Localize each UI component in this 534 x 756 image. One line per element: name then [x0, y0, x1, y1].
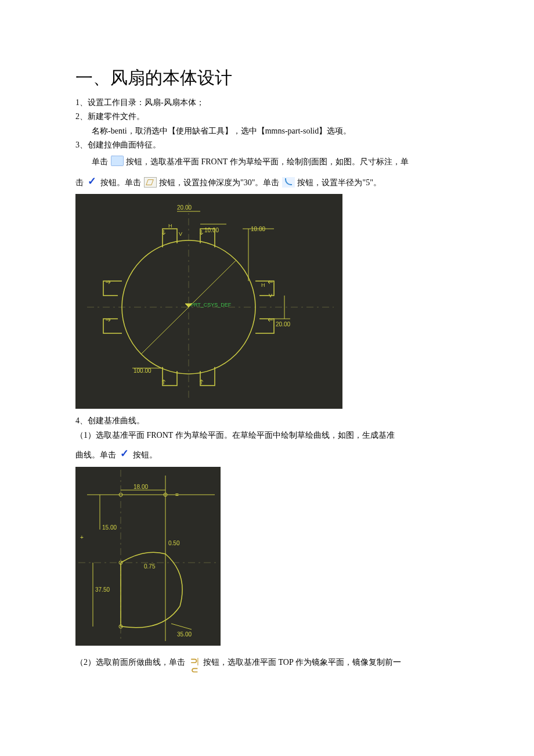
text-fragment: 按钮，选取基准平面 FRONT 作为草绘平面，绘制剖面图，如图。尺寸标注，单: [126, 157, 409, 166]
svg-text:=: =: [175, 492, 179, 498]
constraint-h: H: [168, 223, 172, 229]
dim-label: 0.50: [168, 540, 180, 546]
constraint-h: H: [261, 282, 265, 288]
extrude-icon: [144, 177, 157, 188]
dim-label: 18.00: [134, 484, 148, 490]
sketch-icon: [111, 156, 124, 166]
dim-label: 35.00: [177, 631, 192, 638]
text-fragment: 按钮，选取基准平面 TOP 作为镜象平面，镜像复制前一: [203, 658, 401, 667]
page-title: 一、风扇的本体设计: [75, 64, 459, 92]
dim-label: 15.00: [102, 524, 117, 531]
text-fragment: 按钮。单击: [100, 178, 141, 187]
dim-label: 37.50: [95, 586, 110, 593]
text-fragment: （2）选取前面所做曲线，单击: [75, 658, 185, 667]
constraint-v: V: [179, 231, 182, 237]
text-fragment: 曲线。单击: [75, 451, 116, 459]
check-icon: ✓: [86, 177, 98, 188]
step-3-para-1: 单击 按钮，选取基准平面 FRONT 作为草绘平面，绘制剖面图，如图。尺寸标注，…: [75, 156, 459, 168]
dim-label: 10.00: [204, 227, 219, 233]
step-4-1b: 曲线。单击 ✓ 按钮。: [75, 449, 459, 462]
svg-rect-13: [75, 467, 221, 646]
check-icon: ✓: [119, 449, 131, 460]
step-3: 3、创建拉伸曲面特征。: [75, 139, 459, 152]
step-4: 4、创建基准曲线。: [75, 415, 459, 427]
step-1: 1、设置工作目录：风扇-风扇本体；: [75, 96, 459, 109]
cad-sketch-1: 20.00 10.00 10.00 20.00 100.00 PRT_CSYS_…: [75, 194, 342, 409]
dim-label: 20.00: [276, 321, 290, 327]
step-2-detail: 名称-benti，取消选中【使用缺省工具】，选中【mmns-part-solid…: [75, 125, 459, 138]
text-fragment: 按钮。: [133, 451, 157, 459]
text-fragment: 按钮，设置拉伸深度为"30"。单击: [159, 178, 279, 187]
constraint-v: V: [269, 293, 272, 298]
csys-label: PRT_CSYS_DEF: [190, 302, 232, 308]
svg-text:+: +: [80, 534, 84, 541]
step-4-2: （2）选取前面所做曲线，单击 ⊃|⊂ 按钮，选取基准平面 TOP 作为镜象平面，…: [75, 656, 459, 669]
round-icon: [282, 177, 295, 188]
text-fragment: 按钮，设置半径为"5"。: [297, 178, 381, 187]
dim-label: 20.00: [177, 204, 192, 211]
dim-label: 10.00: [251, 226, 265, 232]
step-4-1a: （1）选取基准平面 FRONT 作为草绘平面。在草绘平面中绘制草绘曲线，如图，生…: [75, 429, 459, 442]
svg-rect-0: [75, 194, 342, 409]
cad-sketch-2: 18.00 15.00 37.50 35.00 0.50 0.75 + =: [75, 467, 221, 646]
step-2: 2、新建零件文件。: [75, 110, 459, 123]
dim-label: 0.75: [144, 563, 156, 570]
dim-label: 100.00: [134, 368, 151, 374]
step-3-para-2: 击 ✓ 按钮。单击 按钮，设置拉伸深度为"30"。单击 按钮，设置半径为"5"。: [75, 177, 459, 189]
text-fragment: 单击: [92, 157, 108, 166]
text-fragment: 击: [75, 178, 84, 187]
mirror-icon: ⊃|⊂: [188, 656, 201, 667]
